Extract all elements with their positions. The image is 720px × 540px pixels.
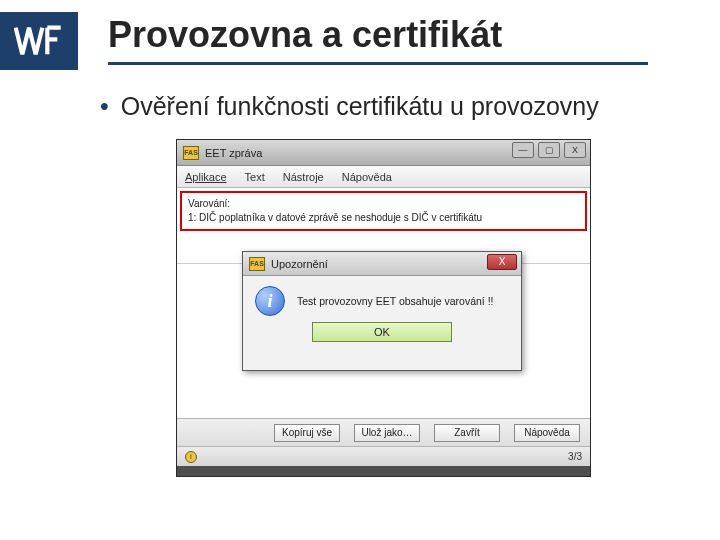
close-window-button[interactable]: Zavřít xyxy=(434,424,500,442)
menu-bar: Aplikace Text Nástroje Nápověda xyxy=(177,166,590,188)
bullet-dot: • xyxy=(100,92,109,120)
dialog-title: Upozornění xyxy=(271,258,328,270)
menu-text[interactable]: Text xyxy=(245,171,265,183)
warning-highlight: Varování: 1: DIČ poplatníka v datové zpr… xyxy=(180,191,587,231)
status-page-count: 3/3 xyxy=(568,451,582,462)
menu-aplikace[interactable]: Aplikace xyxy=(185,171,227,183)
dialog-app-icon: FAS xyxy=(249,257,265,271)
eet-button-bar: Kopíruj vše Ulož jako… Zavřít Nápověda xyxy=(177,418,590,446)
warning-text: 1: DIČ poplatníka v datové zprávě se nes… xyxy=(188,211,579,225)
copy-all-button[interactable]: Kopíruj vše xyxy=(274,424,340,442)
ok-button[interactable]: OK xyxy=(312,322,452,342)
warning-dialog: FAS Upozornění X i Test provozovny EET o… xyxy=(242,251,522,371)
dialog-titlebar[interactable]: FAS Upozornění X xyxy=(243,252,521,276)
minimize-button[interactable]: — xyxy=(512,142,534,158)
status-info-icon: i xyxy=(185,451,197,463)
status-bar: i 3/3 xyxy=(177,446,590,466)
maximize-button[interactable]: ▢ xyxy=(538,142,560,158)
info-icon: i xyxy=(255,286,285,316)
save-as-button[interactable]: Ulož jako… xyxy=(354,424,420,442)
dialog-close-button[interactable]: X xyxy=(487,254,517,270)
bullet-text: Ověření funkčnosti certifikátu u provozo… xyxy=(121,92,599,120)
app-icon: FAS xyxy=(183,146,199,160)
eet-window-titlebar[interactable]: FAS EET zpráva — ▢ X xyxy=(177,140,590,166)
menu-napoveda[interactable]: Nápověda xyxy=(342,171,392,183)
dialog-message: Test provozovny EET obsahuje varování !! xyxy=(297,295,494,307)
warning-heading: Varování: xyxy=(188,197,579,211)
help-button[interactable]: Nápověda xyxy=(514,424,580,442)
brand-logo xyxy=(0,12,78,70)
close-button[interactable]: X xyxy=(564,142,586,158)
slide-title: Provozovna a certifikát xyxy=(108,14,648,65)
bullet-item: •Ověření funkčnosti certifikátu u provoz… xyxy=(100,92,599,121)
menu-nastroje[interactable]: Nástroje xyxy=(283,171,324,183)
